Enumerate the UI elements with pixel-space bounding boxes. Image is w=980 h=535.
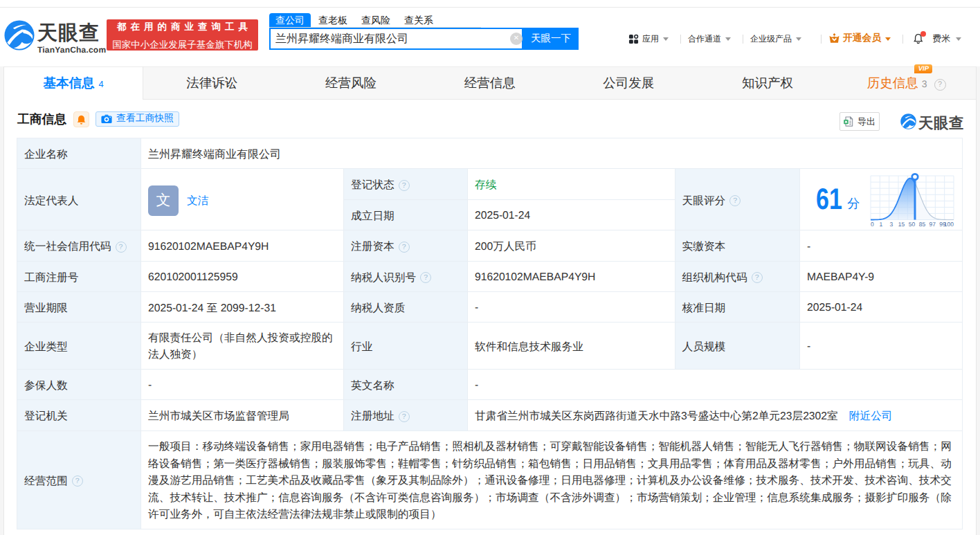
svg-text:100: 100 bbox=[943, 221, 953, 228]
svg-text:1: 1 bbox=[879, 221, 882, 228]
svg-text:15: 15 bbox=[898, 221, 905, 228]
svg-text:3: 3 bbox=[889, 221, 893, 228]
svg-text:85: 85 bbox=[918, 221, 925, 228]
svg-text:97: 97 bbox=[929, 221, 936, 228]
svg-text:50: 50 bbox=[908, 221, 915, 228]
svg-text:0: 0 bbox=[871, 221, 874, 228]
